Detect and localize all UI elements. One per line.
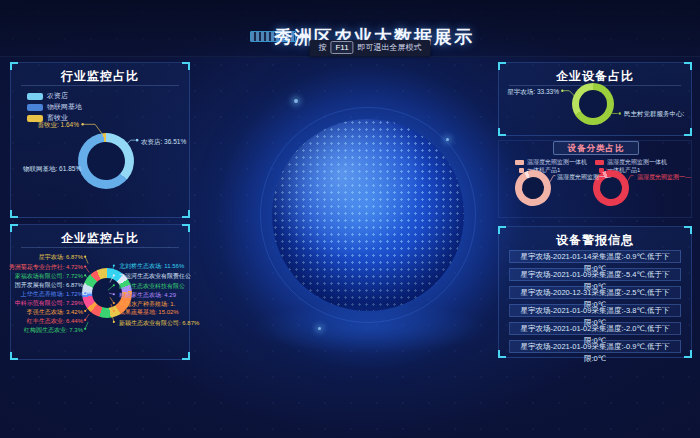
donut-hole [85, 140, 127, 182]
chart-callout: 物联网基地: 61.85% [23, 165, 81, 174]
chart-callout: 中科示范有限公司: 7.29% [15, 299, 83, 308]
donut-hole [92, 278, 122, 308]
chart-callout: 温湿度光照监测一— [637, 173, 691, 182]
chart-callout: 红丰生态农业: 6.44% [27, 317, 83, 326]
corner-accent [684, 128, 692, 136]
device-class-title: 设备分类占比 [553, 141, 639, 155]
chart-callout: 民主村党群服务中心: [624, 110, 684, 119]
chart-callout: 国开发展有限公司: 6.87% [15, 281, 83, 290]
enterprise-panel-title: 企业监控占比 [11, 230, 189, 247]
legend-swatch [27, 93, 43, 100]
chart-callout: 红梅园生态农业: 7.3% [24, 326, 83, 335]
hint-suffix: 即可退出全屏模式 [358, 43, 422, 52]
alarm-row: 星宇农场-2021-01-02采集温度:-2.0℃,低于下限:0℃ [509, 322, 681, 335]
industry-donut-chart[interactable] [75, 130, 137, 192]
industry-panel-title: 行业监控占比 [11, 68, 189, 85]
panel-divider [21, 85, 179, 86]
chart-callout: 温湿度光照监测一— [557, 173, 611, 182]
chart-callout: 星宇农场: 33.33% [507, 88, 559, 97]
chart-callout: 星宇农场: 6.87% [39, 253, 83, 262]
chart-callout: 畜牧业: 1.64% [37, 121, 79, 130]
corner-accent [182, 352, 190, 360]
hint-prefix: 按 [318, 43, 326, 52]
chart-callout: 李强生态农场: 3.42% [27, 308, 83, 317]
chart-callout: 上华生态养殖场: 1.72% [21, 290, 83, 299]
spark-dot [318, 327, 321, 330]
legend-item[interactable]: 物联网基地 [27, 102, 82, 112]
alarm-list: 星宇农场-2021-01-14采集温度:-0.9℃,低于下限:0℃ 星宇农场-2… [509, 250, 681, 358]
chart-callout: 家福农场有限公司: 7.72% [15, 272, 83, 281]
device-ratio-panel: 企业设备占比 星宇农场: 33.33% 民主村党群服务中心: [498, 62, 692, 136]
legend-label: 农资店 [47, 91, 68, 101]
corner-accent [684, 350, 692, 358]
donut-hole [518, 173, 548, 203]
chart-callout: 瓜果蔬菜基地: 15.02% [119, 308, 179, 317]
alarm-row: 星宇农场-2020-12-31采集温度:-2.5℃,低于下限:0℃ [509, 286, 681, 299]
alarm-info-panel: 设备警报信息 星宇农场-2021-01-14采集温度:-0.9℃,低于下限:0℃… [498, 226, 692, 358]
chart-callout: 农资店: 36.51% [141, 138, 186, 147]
legend-label: 物联网基地 [47, 102, 82, 112]
enterprise-ratio-panel: 企业监控占比 星宇农场: 6.87% 秀洲菊花专业合作社: 4.72% 家福农场… [10, 224, 190, 360]
alarm-panel-title: 设备警报信息 [499, 232, 691, 249]
donut-hole [579, 90, 607, 118]
corner-accent [498, 128, 506, 136]
chart-callout: 秀洲菊花专业合作社: 4.72% [9, 263, 83, 272]
chart-callout: 陡门生态农业科技有限公 [119, 282, 185, 291]
alarm-row: 星宇农场-2021-01-09采集温度:-5.4℃,低于下限:0℃ [509, 268, 681, 281]
corner-accent [10, 352, 18, 360]
fullscreen-hint: 按F11即可退出全屏模式 [309, 40, 430, 56]
alarm-row: 星宇农场-2021-01-09采集温度:-0.9℃,低于下限:0℃ [509, 340, 681, 353]
device-donut-chart[interactable] [572, 83, 614, 125]
alarm-row: 星宇农场-2021-01-09采集温度:-3.8℃,低于下限:0℃ [509, 304, 681, 317]
device-class-panel: 设备分类占比 温湿度光照监测一体机 一体机产品1 温湿度光照监测一体机 一体机产… [498, 140, 692, 218]
globe [272, 119, 464, 311]
chart-callout: 大运河生态农业有限责任公 [119, 272, 191, 281]
corner-accent [182, 210, 190, 218]
dashboard: 秀洲区农业大数据展示 按F11即可退出全屏模式 行业监控占比 农资店 物联网基地… [0, 0, 700, 438]
spark-dot [294, 99, 298, 103]
chart-callout: 北刘桥生态农场: 11.56% [119, 262, 184, 271]
spark-dot [446, 138, 449, 141]
legend-swatch [595, 160, 604, 165]
alarm-row: 星宇农场-2021-01-14采集温度:-0.9℃,低于下限:0℃ [509, 250, 681, 263]
legend-swatch [515, 160, 524, 165]
chart-callout: 新颖生态农业有限公司: 6.87% [119, 319, 199, 328]
panel-divider [21, 247, 179, 248]
legend-swatch [27, 104, 43, 111]
corner-accent [10, 210, 18, 218]
corner-accent [498, 350, 506, 358]
industry-ratio-panel: 行业监控占比 农资店 物联网基地 畜牧业 畜牧业: 1.64% 农资店: 36.… [10, 62, 190, 218]
chart-callout: 粮惠家生态农场: 4.29 [119, 291, 176, 300]
f11-key-badge: F11 [330, 41, 353, 54]
legend-item[interactable]: 农资店 [27, 91, 68, 101]
